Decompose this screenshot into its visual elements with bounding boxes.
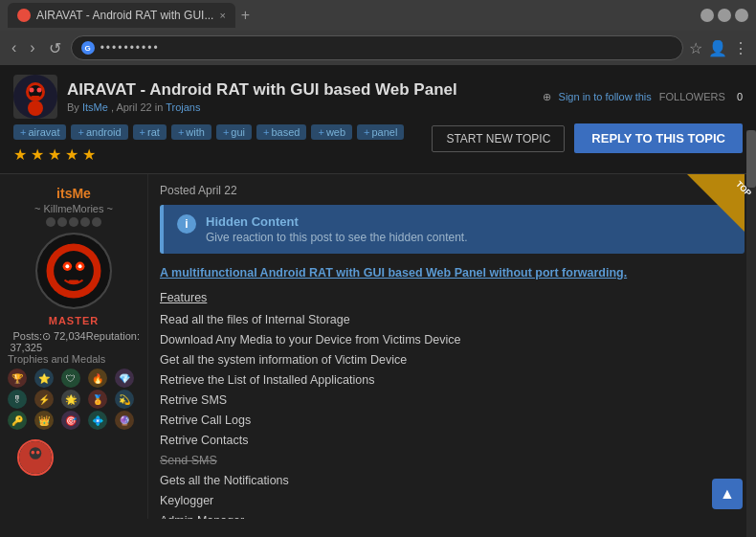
features-title: Features — [160, 288, 745, 307]
feature-item: Admin Manager — [160, 511, 745, 519]
maximize-button[interactable]: □ — [718, 9, 731, 22]
topic-title: AIRAVAT - Android RAT with GUI based Web… — [67, 80, 533, 100]
new-tab-button[interactable]: + — [241, 7, 250, 24]
feature-item: Retrive Call Logs — [160, 411, 745, 430]
post-date: Posted April 22 — [160, 184, 237, 197]
trophy-item: 🎯 — [61, 411, 80, 430]
dot — [57, 217, 67, 227]
svg-rect-14 — [68, 280, 78, 284]
followers-label: FOLLOWERS — [659, 91, 725, 102]
hidden-desc: Give reaction to this post to see the hi… — [206, 231, 468, 244]
topic-title-row: AIRAVAT - Android RAT with GUI based Web… — [13, 75, 743, 119]
trophy-item: 🔥 — [88, 369, 107, 388]
stars-row: ★★★★★ — [13, 145, 96, 164]
bookmark-icon[interactable]: ☆ — [689, 39, 702, 57]
trophy-item: 🌟 — [61, 390, 80, 409]
followers-count: 0 — [737, 91, 743, 102]
tag-item[interactable]: android — [71, 124, 127, 140]
content-area: itsMe ~ KillmeMories ~ — [0, 174, 756, 519]
svg-point-4 — [37, 88, 42, 93]
svg-point-12 — [65, 264, 69, 268]
browser-toolbar: ‹ › ↺ G •••••••••• ☆ 👤 ⋮ — [0, 31, 756, 65]
topic-info: AIRAVAT - Android RAT with GUI based Web… — [67, 80, 533, 113]
tag-item[interactable]: web — [311, 124, 352, 140]
feature-item: Download Any Media to your Device from V… — [160, 330, 745, 349]
user-sidebar: itsMe ~ KillmeMories ~ — [0, 174, 148, 519]
post-header: Posted April 22 ⇧ — [160, 184, 745, 197]
hidden-content-text: Hidden Content Give reaction to this pos… — [206, 214, 468, 244]
post-content: A multifunctional Android RAT with GUI b… — [160, 263, 745, 519]
dot — [80, 217, 90, 227]
action-buttons: START NEW TOPIC REPLY TO THIS TOPIC — [432, 123, 743, 153]
trophy-item: 💠 — [88, 411, 107, 430]
scrollbar-thumb[interactable] — [746, 130, 756, 188]
browser-titlebar: AIRAVAT - Android RAT with GUI... × + — … — [0, 0, 756, 31]
follow-icon: ⊕ — [543, 91, 551, 103]
forward-button[interactable]: › — [26, 37, 38, 58]
back-button[interactable]: ‹ — [8, 37, 20, 58]
info-icon: i — [177, 214, 196, 234]
follow-link[interactable]: Sign in to follow this — [559, 91, 652, 102]
dot — [69, 217, 78, 227]
tag-item[interactable]: gui — [216, 124, 252, 140]
topic-avatar — [13, 75, 57, 119]
reply-to-topic-button[interactable]: REPLY TO THIS TOPIC — [574, 123, 743, 153]
username[interactable]: itsMe — [8, 186, 140, 201]
profile-icon[interactable]: 👤 — [708, 39, 727, 57]
trophy-item: ⚡ — [34, 390, 54, 409]
browser-tab[interactable]: AIRAVAT - Android RAT with GUI... × — [8, 3, 235, 28]
feature-item: Keylogger — [160, 491, 745, 510]
close-window-button[interactable]: × — [735, 9, 748, 22]
trophy-item: 💎 — [115, 369, 134, 388]
star-icon: ★ — [13, 145, 27, 164]
trophy-item: 💫 — [115, 390, 134, 409]
feature-item: Retrive Contacts — [160, 431, 745, 450]
meta-author[interactable]: ItsMe — [82, 101, 108, 113]
user-subtitle: ~ KillmeMories ~ — [8, 203, 140, 214]
trophy-item: ⭐ — [34, 369, 54, 388]
star-icon: ★ — [65, 145, 78, 164]
dot — [46, 217, 56, 227]
svg-point-3 — [30, 88, 34, 93]
intro-link[interactable]: A multifunctional Android RAT with GUI b… — [160, 266, 627, 280]
post-area: TOP Posted April 22 ⇧ i Hidden Content G… — [148, 174, 756, 519]
page-header: AIRAVAT - Android RAT with GUI based Web… — [0, 65, 756, 174]
tab-favicon — [17, 9, 31, 22]
trophy-item: 🔮 — [115, 411, 134, 430]
user-rank: MASTER — [8, 315, 140, 326]
trophy-item: 🔑 — [8, 411, 27, 430]
scroll-to-top-button[interactable]: ▲ — [712, 479, 743, 509]
trophy-item: 👑 — [34, 411, 54, 430]
tab-close-btn[interactable]: × — [219, 10, 225, 21]
feature-item: Read all the files of Internal Storage — [160, 310, 745, 329]
svg-point-16 — [30, 447, 42, 459]
meta-category[interactable]: Trojans — [166, 101, 200, 113]
features-list: Read all the files of Internal StorageDo… — [160, 310, 745, 519]
hidden-title: Hidden Content — [206, 214, 468, 229]
tag-item[interactable]: airavat — [13, 124, 66, 140]
tag-item[interactable]: panel — [357, 124, 404, 140]
follow-section: ⊕ Sign in to follow this FOLLOWERS 0 — [543, 91, 743, 103]
trophy-item: 🏆 — [8, 369, 27, 388]
google-icon: G — [81, 41, 95, 55]
tag-item[interactable]: based — [256, 124, 306, 140]
tag-item[interactable]: with — [171, 124, 211, 140]
hidden-content-box: i Hidden Content Give reaction to this p… — [160, 205, 745, 254]
minimize-button[interactable]: — — [700, 9, 714, 22]
user-dots — [8, 217, 140, 227]
feature-item: Retrive SMS — [160, 391, 745, 410]
tag-item[interactable]: rat — [133, 124, 167, 140]
svg-point-18 — [36, 451, 40, 455]
address-text: •••••••••• — [100, 41, 160, 55]
start-new-topic-button[interactable]: START NEW TOPIC — [432, 125, 565, 152]
topic-meta: By ItsMe , April 22 in Trojans — [67, 101, 533, 113]
star-icon: ★ — [82, 145, 96, 164]
window-controls: — □ × — [700, 9, 748, 22]
meta-by: By — [67, 101, 79, 113]
menu-icon[interactable]: ⋮ — [733, 39, 748, 57]
address-bar[interactable]: G •••••••••• — [71, 35, 683, 60]
browser-chrome: AIRAVAT - Android RAT with GUI... × + — … — [0, 0, 756, 65]
svg-rect-5 — [31, 96, 40, 100]
star-icon: ★ — [48, 145, 61, 164]
refresh-button[interactable]: ↺ — [45, 37, 65, 59]
